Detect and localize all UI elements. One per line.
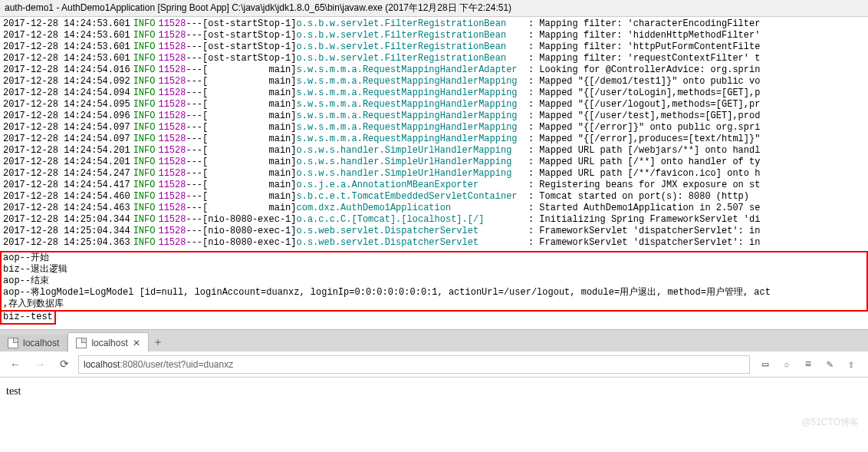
share-icon[interactable]: ⇪ — [843, 357, 859, 372]
highlight-line: aop--结束 — [3, 275, 865, 287]
tab-localhost-1[interactable]: localhost — [0, 335, 67, 351]
log-line: 2017-12-28 14:24:54.460 INFO 11528 --- [… — [3, 191, 865, 203]
browser-window: localhost localhost ✕ ＋ ← → ⟳ localhost:… — [0, 329, 868, 408]
log-line: 2017-12-28 14:24:54.201 INFO 11528 --- [… — [3, 157, 865, 168]
console-panel: auth-demo1 - AuthDemo1Application [Sprin… — [0, 0, 868, 325]
log-line: 2017-12-28 14:24:54.096 INFO 11528 --- [… — [3, 111, 865, 122]
log-line: 2017-12-28 14:24:54.094 INFO 11528 --- [… — [3, 87, 865, 99]
highlight-line: biz--退出逻辑 — [3, 264, 865, 275]
tab-bar: localhost localhost ✕ ＋ — [0, 330, 868, 351]
page-icon — [8, 338, 18, 348]
reader-icon[interactable]: ▭ — [758, 357, 773, 372]
log-line: 2017-12-28 14:25:04.344 INFO 11528 --- [… — [3, 226, 865, 237]
toolbar-right-icons: ▭ ☆ ≡ ✎ ⇪ — [753, 357, 863, 372]
address-host: localhost — [84, 359, 120, 370]
log-output[interactable]: 2017-12-28 14:24:53.601 INFO 11528 --- [… — [0, 17, 868, 250]
log-line: 2017-12-28 14:24:54.247 INFO 11528 --- [… — [3, 168, 865, 180]
log-line: 2017-12-28 14:24:54.201 INFO 11528 --- [… — [3, 145, 865, 157]
back-button[interactable]: ← — [5, 354, 26, 375]
log-line: 2017-12-28 14:24:54.095 INFO 11528 --- [… — [3, 99, 865, 111]
favorite-icon[interactable]: ☆ — [779, 357, 794, 372]
highlight-line: ,存入到数据库 — [3, 299, 865, 310]
notes-icon[interactable]: ✎ — [822, 357, 837, 372]
new-tab-button[interactable]: ＋ — [149, 333, 167, 351]
tab-localhost-2[interactable]: localhost ✕ — [67, 332, 148, 352]
tab-label: localhost — [91, 338, 127, 348]
highlight-box-1: aop--开始biz--退出逻辑aop--结束aop--将logModel=Lo… — [0, 251, 868, 312]
log-line: 2017-12-28 14:24:53.601 INFO 11528 --- [… — [3, 41, 865, 53]
log-line: 2017-12-28 14:25:04.363 INFO 11528 --- [… — [3, 237, 865, 249]
refresh-button[interactable]: ⟳ — [54, 354, 75, 375]
log-line: 2017-12-28 14:24:54.016 INFO 11528 --- [… — [3, 64, 865, 76]
favorites-list-icon[interactable]: ≡ — [801, 357, 816, 372]
tab-label: localhost — [23, 338, 59, 348]
console-titlebar: auth-demo1 - AuthDemo1Application [Sprin… — [0, 0, 868, 17]
log-line: 2017-12-28 14:24:54.097 INFO 11528 --- [… — [3, 134, 865, 145]
log-line: 2017-12-28 14:24:53.601 INFO 11528 --- [… — [3, 18, 865, 30]
page-content: test @51CTO博客 — [0, 378, 868, 408]
close-icon[interactable]: ✕ — [133, 338, 140, 348]
log-line: 2017-12-28 14:24:54.463 INFO 11528 --- [… — [3, 203, 865, 214]
log-line: 2017-12-28 14:24:54.417 INFO 11528 --- [… — [3, 180, 865, 191]
page-icon — [76, 338, 87, 348]
highlight-line: aop--将logModel=LogModel [id=null, loginA… — [3, 287, 865, 299]
log-line: 2017-12-28 14:24:54.092 INFO 11528 --- [… — [3, 76, 865, 87]
log-line: 2017-12-28 14:24:54.097 INFO 11528 --- [… — [3, 122, 865, 134]
page-text: test — [6, 385, 21, 397]
log-line: 2017-12-28 14:25:04.344 INFO 11528 --- [… — [3, 214, 865, 226]
browser-toolbar: ← → ⟳ localhost:8080/user/test?uid=duanx… — [0, 351, 868, 378]
forward-button[interactable]: → — [29, 354, 51, 375]
log-line: 2017-12-28 14:24:53.601 INFO 11528 --- [… — [3, 30, 865, 41]
log-line: 2017-12-28 14:24:53.601 INFO 11528 --- [… — [3, 53, 865, 64]
highlight-line: aop--开始 — [3, 252, 865, 264]
address-bar[interactable]: localhost:8080/user/test?uid=duanxz — [78, 355, 750, 374]
highlight-box-2: biz--test — [0, 312, 56, 325]
address-path: :8080/user/test?uid=duanxz — [120, 359, 233, 370]
